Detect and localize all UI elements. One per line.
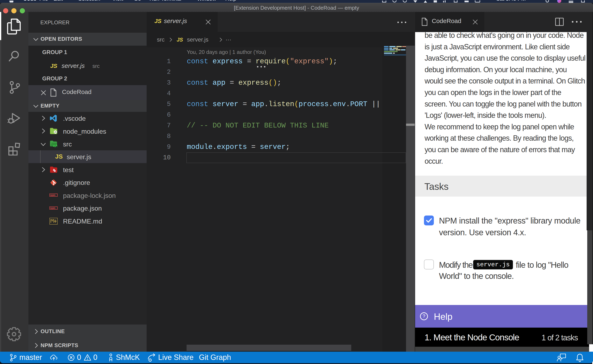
svg-text:?: ? xyxy=(422,313,425,319)
svg-text:npm: npm xyxy=(50,194,55,197)
svg-text:npm: npm xyxy=(50,207,55,209)
svg-text:</>: </> xyxy=(53,145,57,148)
svg-text:JS: JS xyxy=(54,131,57,133)
